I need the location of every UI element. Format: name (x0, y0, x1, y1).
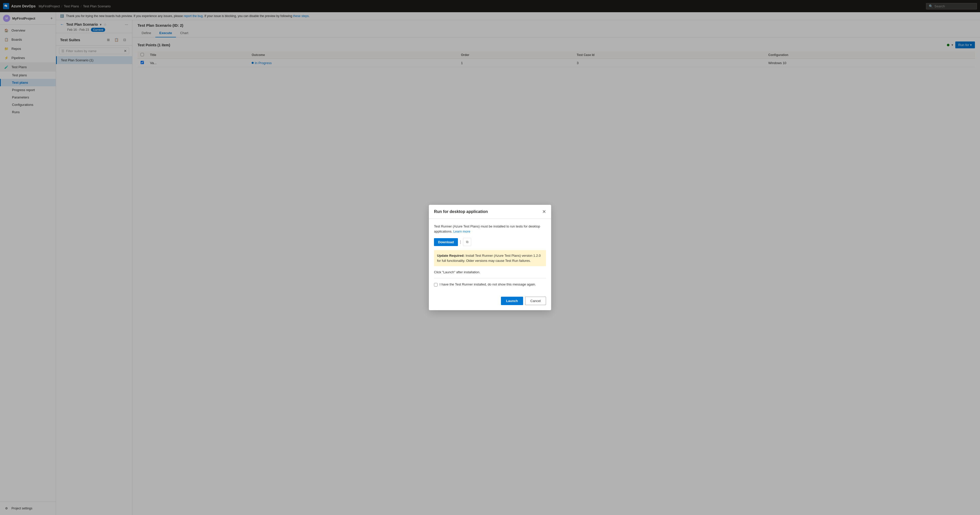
modal-launch-info: Click "Launch" after installation. (434, 270, 546, 274)
modal-title: Run for desktop application (434, 209, 488, 214)
modal-footer: Launch Cancel (429, 297, 551, 310)
divider: | (460, 240, 461, 244)
modal-overlay[interactable]: Run for desktop application ✕ Test Runne… (0, 0, 980, 515)
warning-bold-text: Update Required: (437, 254, 465, 258)
modal-header: Run for desktop application ✕ (429, 205, 551, 219)
has-runner-checkbox[interactable] (434, 283, 438, 287)
download-button[interactable]: Download (434, 238, 458, 246)
copy-icon: ⧉ (466, 240, 468, 244)
cancel-button[interactable]: Cancel (525, 297, 546, 305)
warning-box: Update Required: Install Test Runner (Az… (434, 250, 546, 266)
checkbox-row: I have the Test Runner installed, do not… (434, 282, 546, 287)
launch-button[interactable]: Launch (501, 297, 523, 305)
download-row: Download | ⧉ (434, 238, 546, 246)
copy-link-button[interactable]: ⧉ (463, 238, 471, 246)
modal-description: Test Runner (Azure Test Plans) must be i… (434, 224, 546, 234)
modal-body: Test Runner (Azure Test Plans) must be i… (429, 219, 551, 297)
learn-more-link[interactable]: Learn more (453, 230, 470, 233)
modal-close-button[interactable]: ✕ (542, 209, 546, 214)
modal-dialog: Run for desktop application ✕ Test Runne… (429, 205, 551, 310)
has-runner-label[interactable]: I have the Test Runner installed, do not… (439, 282, 536, 286)
